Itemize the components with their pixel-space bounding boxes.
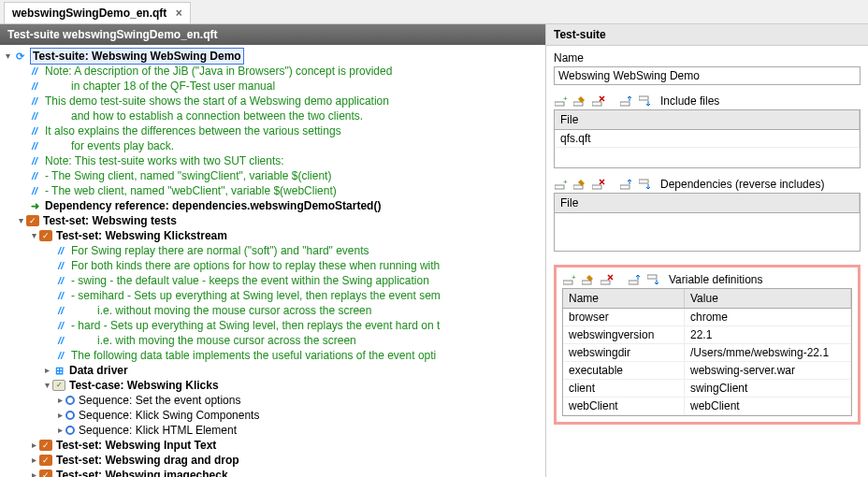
variable-definitions-table[interactable]: Name Value browserchromewebswingversion2… <box>562 288 852 416</box>
vardef-toolbar: + Variable definitions <box>562 273 852 286</box>
sequence-icon <box>65 411 75 420</box>
left-panel-header: Test-suite webswingSwingDemo_en.qft <box>0 24 545 45</box>
add-row-icon[interactable]: + <box>554 94 569 108</box>
tree-item-label: i.e. without moving the mouse cursor acr… <box>97 303 371 318</box>
tree-item-label: and how to establish a connection betwee… <box>71 108 363 123</box>
tree-sequence[interactable]: ▸Sequence: Set the event options <box>2 393 543 408</box>
deps-title: Dependencies (reverse includes) <box>660 178 824 191</box>
tree-testset[interactable]: ▾✓Test-set: Webswing tests <box>2 213 543 228</box>
expander-icon[interactable]: ▸ <box>54 393 65 408</box>
file-tab[interactable]: webswingSwingDemo_en.qft × <box>4 2 191 23</box>
tree-item-label: - swing - the default value - keeps the … <box>71 273 429 288</box>
svg-rect-14 <box>582 281 591 284</box>
expander-icon[interactable]: ▸ <box>41 363 52 378</box>
file-cell: qfs.qft <box>555 130 860 147</box>
expander-icon[interactable]: ▾ <box>2 49 13 64</box>
tree-root-label: Test-suite: Webswing WebSwing Demo <box>30 48 244 65</box>
svg-rect-10 <box>620 185 629 189</box>
tree-testset[interactable]: ▾✓Test-set: Webswing Klickstream <box>2 228 543 243</box>
tree-sequence[interactable]: ▸Sequence: Klick Swing Components <box>2 408 543 423</box>
expander-icon[interactable]: ▸ <box>28 468 39 477</box>
table-row[interactable]: clientswingClient <box>563 380 851 398</box>
svg-rect-3 <box>592 102 601 106</box>
tree-item-label: Dependency reference: dependencies.websw… <box>45 198 381 213</box>
name-input[interactable] <box>554 66 861 85</box>
expander-icon[interactable]: ▸ <box>28 438 39 453</box>
tree-item-label: Test-set: Webswing Klickstream <box>56 228 227 243</box>
svg-text:+: + <box>571 274 576 282</box>
move-down-icon[interactable] <box>646 273 661 286</box>
edit-row-icon[interactable] <box>581 273 596 286</box>
svg-rect-4 <box>620 102 629 106</box>
move-down-icon[interactable] <box>638 178 653 191</box>
move-up-icon[interactable] <box>628 273 643 286</box>
expander-icon[interactable]: ▸ <box>54 408 65 423</box>
expander-icon[interactable]: ▾ <box>28 228 39 243</box>
var-name-cell: webClient <box>563 398 685 414</box>
svg-rect-15 <box>600 281 610 284</box>
tree-testset[interactable]: ▸✓Test-set: Webswing Input Text <box>2 438 543 453</box>
comment-icon: // <box>28 124 41 137</box>
svg-rect-9 <box>592 185 601 189</box>
tree-root[interactable]: ▾ ⟳ Test-suite: Webswing WebSwing Demo <box>2 49 543 64</box>
move-up-icon[interactable] <box>619 178 634 191</box>
var-name-cell: webswingversion <box>563 326 685 343</box>
expander-icon[interactable]: ▾ <box>41 378 52 393</box>
svg-rect-16 <box>629 281 638 284</box>
dependency-icon: ➜ <box>28 199 41 212</box>
add-row-icon[interactable]: + <box>562 273 577 286</box>
tab-bar: webswingSwingDemo_en.qft × <box>0 0 868 24</box>
expander-icon[interactable]: ▸ <box>54 423 65 438</box>
table-row[interactable]: qfs.qft <box>555 130 860 148</box>
move-down-icon[interactable] <box>638 94 653 108</box>
close-icon[interactable]: × <box>176 7 182 20</box>
name-label: Name <box>554 51 861 65</box>
col-header-name: Name <box>563 289 685 308</box>
table-row[interactable]: webswingdir/Users/mme/webswing-22.1 <box>563 344 851 362</box>
testcase-icon: ✓ <box>52 380 65 391</box>
tree-item-label: Test-case: Webswing Klicks <box>69 378 219 393</box>
dependencies-table[interactable]: File <box>554 193 861 252</box>
edit-row-icon[interactable] <box>572 178 587 191</box>
testset-icon: ✓ <box>39 230 52 241</box>
expander-icon[interactable]: ▾ <box>15 213 26 228</box>
comment-icon: // <box>54 304 67 317</box>
tree-testset[interactable]: ▸✓Test-set: Webswing imagecheck <box>2 468 543 477</box>
tree-datadriver[interactable]: ▸⊞Data driver <box>2 363 543 378</box>
testset-icon: ✓ <box>39 440 52 451</box>
tree-item-label: - hard - Sets up everything at Swing lev… <box>71 318 440 333</box>
comment-icon: // <box>28 80 41 93</box>
tree-testset[interactable]: ▸✓Test-set: Webswing drag and drop <box>2 453 543 468</box>
tree-item-label: Note: A description of the JiB ("Java in… <box>45 64 392 79</box>
edit-row-icon[interactable] <box>572 94 587 108</box>
svg-text:+: + <box>563 95 568 103</box>
add-row-icon[interactable]: + <box>554 178 569 191</box>
table-row[interactable]: executablewebswing-server.war <box>563 362 851 380</box>
svg-rect-11 <box>639 180 648 183</box>
svg-rect-5 <box>639 96 648 100</box>
table-row[interactable]: webswingversion22.1 <box>563 326 851 344</box>
tree-item-label: Test-set: Webswing drag and drop <box>56 453 239 468</box>
include-files-table[interactable]: File qfs.qft <box>554 109 861 168</box>
move-up-icon[interactable] <box>619 94 634 108</box>
tree-testcase[interactable]: ▾✓Test-case: Webswing Klicks <box>2 378 543 393</box>
svg-rect-8 <box>573 185 583 189</box>
include-toolbar: + Include files <box>554 94 861 108</box>
tree-item-label: Test-set: Webswing imagecheck <box>56 468 228 477</box>
tree-item-label: It also explains the differences between… <box>45 123 341 138</box>
var-value-cell: swingClient <box>685 380 851 397</box>
tree-sequence[interactable]: ▸Sequence: Klick HTML Element <box>2 423 543 438</box>
delete-row-icon[interactable] <box>591 94 606 108</box>
table-row[interactable]: webClientwebClient <box>563 398 851 415</box>
table-row[interactable]: browserchrome <box>563 309 851 326</box>
testset-icon: ✓ <box>39 455 52 466</box>
sequence-icon <box>65 426 75 435</box>
var-value-cell: chrome <box>685 309 851 325</box>
test-tree[interactable]: ▾ ⟳ Test-suite: Webswing WebSwing Demo /… <box>0 45 545 477</box>
delete-row-icon[interactable] <box>591 178 606 191</box>
expander-icon[interactable]: ▸ <box>28 453 39 468</box>
comment-icon: // <box>28 184 41 197</box>
tree-item-label: - The Swing client, named "swingClient",… <box>45 168 331 183</box>
delete-row-icon[interactable] <box>600 273 615 286</box>
svg-rect-17 <box>647 275 657 279</box>
